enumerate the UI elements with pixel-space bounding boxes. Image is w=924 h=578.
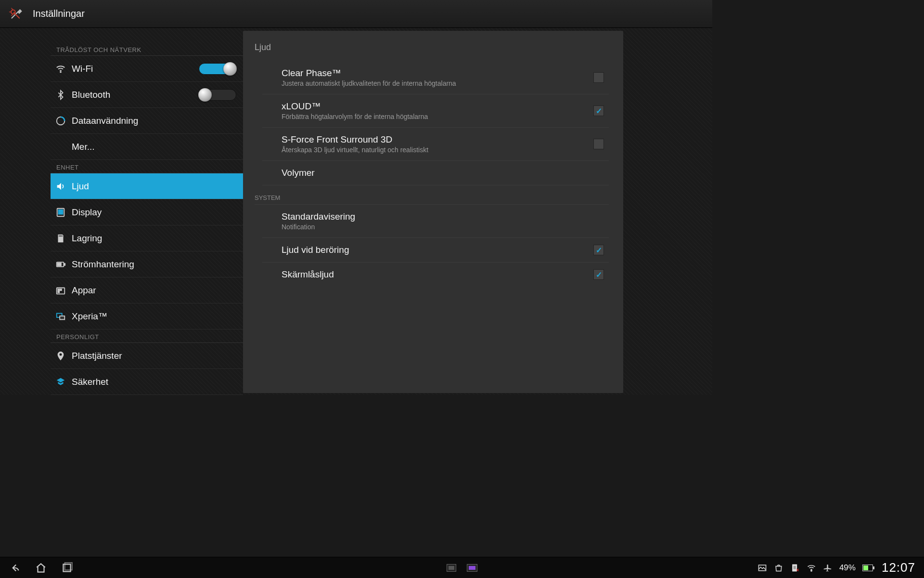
lock-sounds-checkbox[interactable]	[593, 269, 604, 280]
setting-desc: Justera automatiskt ljudkvaliteten för d…	[282, 79, 593, 87]
svg-rect-13	[60, 289, 62, 290]
data-usage-icon	[55, 116, 66, 126]
sidebar-item-security[interactable]: Säkerhet	[51, 369, 243, 395]
setting-lock-sounds[interactable]: Skärmlåsljud	[262, 263, 609, 287]
action-bar: Inställningar	[0, 0, 712, 28]
svg-rect-14	[58, 291, 60, 292]
sidebar-item-more[interactable]: Mer...	[51, 134, 243, 160]
setting-clear-phase[interactable]: Clear Phase™ Justera automatiskt ljudkva…	[262, 61, 609, 94]
sidebar-item-location[interactable]: Platstjänster	[51, 343, 243, 369]
setting-title: Volymer	[282, 168, 609, 178]
section-header-device: ENHET	[51, 160, 243, 173]
sidebar-item-sound[interactable]: Ljud	[51, 173, 243, 199]
sidebar-item-label: Bluetooth	[72, 90, 110, 100]
setting-title: xLOUD™	[282, 101, 593, 112]
xloud-checkbox[interactable]	[593, 105, 604, 116]
svg-rect-12	[58, 289, 60, 290]
sidebar-item-power[interactable]: Strömhantering	[51, 251, 243, 277]
wifi-icon	[55, 64, 66, 74]
setting-desc: Notification	[282, 223, 609, 231]
sidebar-item-label: Appar	[72, 285, 96, 296]
detail-pane: Ljud Clear Phase™ Justera automatiskt lj…	[243, 31, 623, 393]
setting-sforce[interactable]: S-Force Front Surround 3D Återskapa 3D l…	[262, 128, 609, 161]
svg-rect-16	[60, 316, 64, 319]
sidebar-item-label: Mer...	[72, 142, 95, 152]
section-header-wireless: TRÅDLÖST OCH NÄTVERK	[51, 42, 243, 56]
sidebar-item-label: Ljud	[72, 181, 89, 192]
sidebar-item-label: Lagring	[72, 233, 102, 244]
detail-title: Ljud	[255, 42, 609, 53]
svg-rect-6	[60, 235, 61, 236]
sidebar-item-wifi[interactable]: Wi-Fi	[51, 56, 243, 82]
bluetooth-icon	[55, 90, 66, 100]
setting-title: Standardavisering	[282, 211, 609, 222]
setting-default-notification[interactable]: Standardavisering Notification	[262, 205, 609, 238]
clear-phase-checkbox[interactable]	[593, 72, 604, 83]
apps-icon	[55, 285, 66, 296]
svg-point-0	[11, 10, 15, 14]
sidebar-item-label: Strömhantering	[72, 259, 134, 270]
location-icon	[55, 351, 66, 361]
sidebar-item-label: Platstjänster	[72, 351, 122, 361]
page-title: Inställningar	[33, 8, 85, 19]
sidebar-item-display[interactable]: Display	[51, 199, 243, 225]
settings-icon	[8, 6, 24, 22]
setting-title: Skärmlåsljud	[282, 269, 593, 280]
sidebar-item-xperia[interactable]: Xperia™	[51, 303, 243, 329]
setting-touch-sounds[interactable]: Ljud vid beröring	[262, 238, 609, 263]
sidebar-item-bluetooth[interactable]: Bluetooth	[51, 82, 243, 108]
storage-icon	[55, 233, 66, 244]
sidebar-item-label: Display	[72, 207, 102, 218]
sound-icon	[55, 181, 66, 192]
sidebar-item-data-usage[interactable]: Dataanvändning	[51, 108, 243, 134]
setting-volumes[interactable]: Volymer	[262, 161, 609, 185]
power-icon	[55, 259, 66, 270]
sidebar-item-label: Dataanvändning	[72, 116, 138, 126]
svg-rect-10	[58, 263, 61, 266]
touch-sounds-checkbox[interactable]	[593, 245, 604, 255]
svg-rect-5	[59, 235, 60, 236]
svg-point-1	[60, 71, 61, 72]
section-header-personal: PERSONLIGT	[51, 329, 243, 343]
settings-sidebar: TRÅDLÖST OCH NÄTVERK Wi-Fi Bluetooth Dat…	[51, 28, 243, 395]
setting-desc: Återskapa 3D ljud virtuellt, naturligt o…	[282, 146, 593, 154]
setting-title: Ljud vid beröring	[282, 245, 593, 255]
bluetooth-toggle[interactable]	[199, 89, 236, 101]
sidebar-item-label: Wi-Fi	[72, 64, 93, 74]
wifi-toggle[interactable]	[199, 63, 236, 75]
sidebar-item-storage[interactable]: Lagring	[51, 225, 243, 251]
security-icon	[55, 377, 66, 387]
sidebar-item-label: Xperia™	[72, 311, 107, 322]
xperia-icon	[55, 311, 66, 322]
sidebar-item-label: Säkerhet	[72, 377, 108, 387]
sforce-checkbox[interactable]	[593, 139, 604, 149]
setting-desc: Förbättra högtalarvolym för de interna h…	[282, 113, 593, 120]
setting-title: Clear Phase™	[282, 68, 593, 79]
setting-title: S-Force Front Surround 3D	[282, 134, 593, 145]
svg-rect-9	[64, 263, 65, 265]
sidebar-item-apps[interactable]: Appar	[51, 277, 243, 303]
setting-xloud[interactable]: xLOUD™ Förbättra högtalarvolym för de in…	[262, 94, 609, 128]
detail-section-system: SYSTEM	[255, 185, 609, 205]
display-icon	[55, 207, 66, 218]
svg-rect-7	[62, 235, 63, 236]
svg-rect-4	[58, 209, 64, 214]
